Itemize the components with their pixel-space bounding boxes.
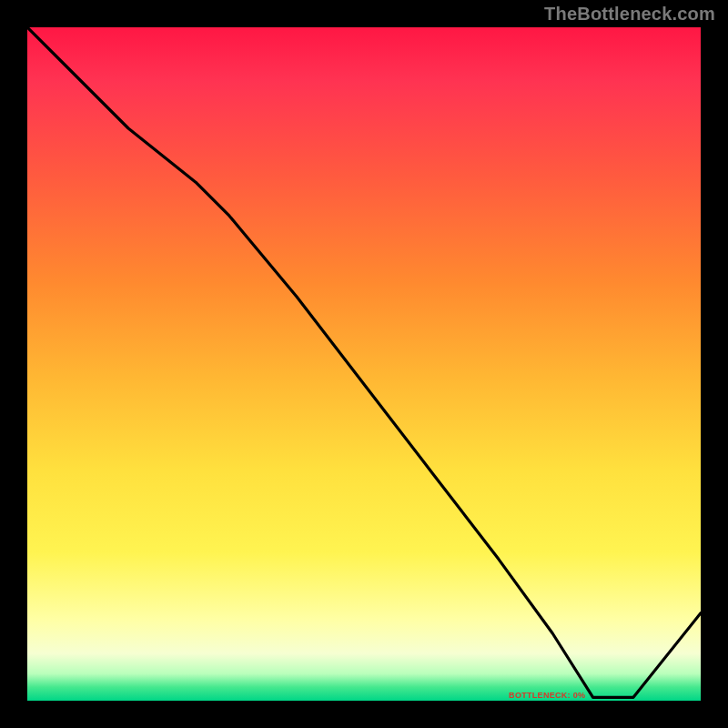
bottleneck-curve xyxy=(27,27,701,701)
plot-area: BOTTLENECK: 0% xyxy=(27,27,701,701)
attribution-text: TheBottleneck.com xyxy=(544,4,715,25)
bottleneck-zero-label: BOTTLENECK: 0% xyxy=(509,691,585,700)
chart-root: TheBottleneck.com BOTTLENECK: 0% xyxy=(0,0,728,728)
